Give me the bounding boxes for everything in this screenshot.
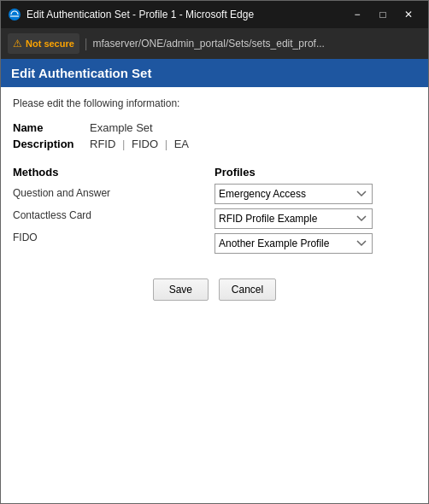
desc-part-3: EA xyxy=(174,138,189,150)
maximize-button[interactable]: □ xyxy=(370,5,396,24)
profile-row-3: Emergency Access RFID Profile Example An… xyxy=(214,233,416,254)
page-title: Edit Authentication Set xyxy=(11,66,151,80)
desc-part-1: RFID xyxy=(90,138,115,150)
method-item-2: Contactless Card xyxy=(13,206,214,221)
window-controls: − □ ✕ xyxy=(344,5,421,24)
buttons-row: Save Cancel xyxy=(13,278,416,301)
profile-row-1: Emergency Access RFID Profile Example An… xyxy=(214,184,416,204)
desc-row: Description RFID | FIDO | EA xyxy=(13,138,416,150)
profile-select-3[interactable]: Emergency Access RFID Profile Example An… xyxy=(214,233,373,254)
security-badge: ⚠ Not secure xyxy=(8,33,79,54)
desc-part-2: FIDO xyxy=(132,138,158,150)
window-title: Edit Authentication Set - Profile 1 - Mi… xyxy=(26,9,338,21)
info-table: Name Example Set Description RFID | FIDO… xyxy=(13,121,416,150)
profiles-header: Profiles xyxy=(214,166,416,179)
method-item-3: FIDO xyxy=(13,228,214,243)
instruction-text: Please edit the following information: xyxy=(13,97,416,109)
page-body: Please edit the following information: N… xyxy=(1,87,428,503)
title-bar: Edit Authentication Set - Profile 1 - Mi… xyxy=(1,1,428,28)
methods-column: Methods Question and Answer Contactless … xyxy=(13,166,214,258)
security-label: Not secure xyxy=(26,38,74,49)
profile-select-1[interactable]: Emergency Access RFID Profile Example An… xyxy=(214,184,373,204)
address-bar: ⚠ Not secure | mfaserver/ONE/admin_porta… xyxy=(1,28,428,59)
minimize-button[interactable]: − xyxy=(344,5,370,24)
save-button[interactable]: Save xyxy=(153,278,209,301)
cancel-button[interactable]: Cancel xyxy=(219,278,276,301)
columns-section: Methods Question and Answer Contactless … xyxy=(13,166,416,258)
desc-value: RFID | FIDO | EA xyxy=(90,138,189,150)
name-label: Name xyxy=(13,121,90,134)
url-domain: mfaserver xyxy=(93,38,138,50)
close-button[interactable]: ✕ xyxy=(396,5,421,24)
profile-select-2[interactable]: Emergency Access RFID Profile Example An… xyxy=(214,208,373,229)
warning-icon: ⚠ xyxy=(13,38,22,50)
address-url[interactable]: mfaserver/ONE/admin_portal/Sets/sets_edi… xyxy=(93,38,422,50)
page-content: Edit Authentication Set Please edit the … xyxy=(1,59,428,503)
edge-icon xyxy=(8,8,21,21)
name-row: Name Example Set xyxy=(13,121,416,134)
url-path: /ONE/admin_portal/Sets/sets_edit_prof... xyxy=(138,38,325,50)
methods-header: Methods xyxy=(13,166,214,179)
browser-window: Edit Authentication Set - Profile 1 - Mi… xyxy=(0,0,429,504)
method-item-1: Question and Answer xyxy=(13,184,214,199)
page-header: Edit Authentication Set xyxy=(1,59,428,87)
desc-label: Description xyxy=(13,138,90,150)
svg-point-0 xyxy=(9,9,21,21)
name-value: Example Set xyxy=(90,121,153,134)
address-divider: | xyxy=(85,37,88,50)
profiles-column: Profiles Emergency Access RFID Profile E… xyxy=(214,166,416,258)
profile-row-2: Emergency Access RFID Profile Example An… xyxy=(214,208,416,229)
